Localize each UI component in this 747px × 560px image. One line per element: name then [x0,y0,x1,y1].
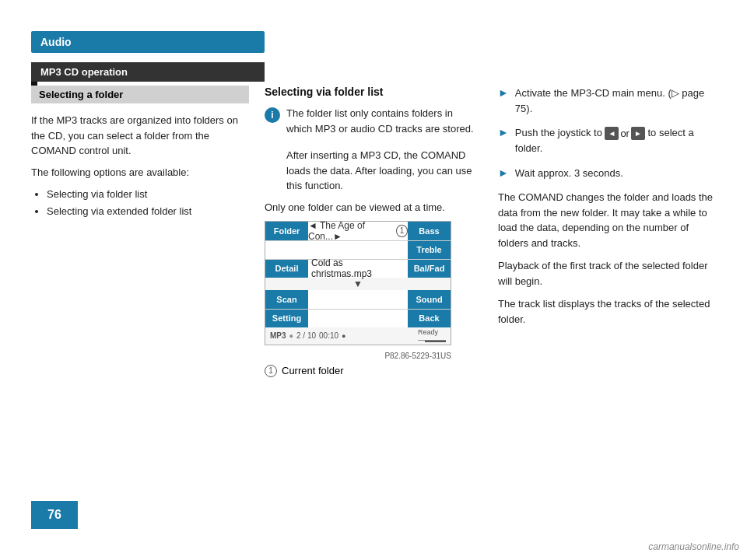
treble-button[interactable]: Treble [408,241,451,259]
cd-disc-icon: ● [289,332,293,340]
circle-ref-1: 1 [265,365,277,377]
cd-arrow-row: ▼ [265,278,451,290]
left-panel: Selecting a folder If the MP3 tracks are… [31,86,249,220]
arrow-bullet-2: ► [498,126,509,138]
joystick-icons: ◄ or ► [605,126,644,142]
info-text-1: The folder list only contains folders in… [286,106,475,136]
cd-bottom-row: MP3 ● 2 / 10 00:10 ● Ready —▬▬▬ [265,327,451,345]
cd-row-scan: Scan Sound [265,290,451,309]
bullet-text-3: Wait approx. 3 seconds. [515,166,623,181]
scan-button[interactable]: Scan [265,290,308,309]
paragraph-3: The track list displays the tracks of th… [498,296,716,327]
current-folder-note: 1 Current folder [265,365,475,377]
sound-button[interactable]: Sound [408,290,451,309]
info-text-2: After inserting a MP3 CD, the COMAND loa… [286,148,475,194]
bullet-item-1: ► Activate the MP3-CD main menu. (▷ page… [498,86,716,116]
mp3-title: MP3 CD operation [40,66,128,78]
cd-row-treble: Treble [265,240,451,259]
page-number-box: 76 [31,501,78,529]
paragraph-2: Playback of the first track of the selec… [498,258,716,289]
balfad-button[interactable]: Bal/Fad [408,260,451,278]
info-box-text: The folder list only contains folders in… [286,106,475,194]
right-joystick-icon: ► [631,127,645,140]
track-time: 00:10 [319,331,338,340]
bullet-item-3: ► Wait approx. 3 seconds. [498,166,716,181]
paragraph-1: The COMAND changes the folder and loads … [498,190,716,250]
cd-ui-mockup: Folder ◄ The Age of Con...► 1 Bass Trebl… [265,221,451,345]
list-item: Selecting via extended folder list [47,203,249,220]
bullet-text-2: Push the joystick to ◄ or ► to select a … [515,125,716,156]
audio-title: Audio [40,36,72,48]
reference-code: P82.86-5229-31US [265,352,451,360]
only-one-text: Only one folder can be viewed at a time. [265,201,475,213]
mp3-subheader: MP3 CD operation [31,62,265,82]
track-counter: 2 / 10 [296,331,316,340]
track-name: Cold as christmas.mp3 [308,260,408,278]
mid-panel: Selecting via folder list i The folder l… [265,86,475,377]
arrow-bullet-1: ► [498,86,509,99]
cd-folder-name: ◄ The Age of Con...► 1 [308,222,408,240]
right-panel: ► Activate the MP3-CD main menu. (▷ page… [498,86,716,334]
intro-paragraph: If the MP3 tracks are organized into fol… [31,113,249,159]
mid-section-title: Selecting via folder list [265,86,475,98]
audio-header: Audio [31,31,265,53]
setting-button[interactable]: Setting [265,310,308,327]
arrow-bullet-3: ► [498,166,509,179]
down-arrow-icon: ▼ [353,278,363,289]
page-number: 76 [47,508,61,522]
back-button[interactable]: Back [408,310,451,327]
cd-row-1: Folder ◄ The Age of Con...► 1 Bass [265,222,451,240]
cd-time-icon: ● [342,332,345,340]
info-box-1: i The folder list only contains folders … [265,106,475,194]
cd-row-setting: Setting Back [265,309,451,327]
cd-row-detail: Detail Cold as christmas.mp3 Bal/Fad [265,259,451,278]
list-item: Selecting via folder list [47,186,249,203]
circle-marker: 1 [396,225,408,237]
bullet-text-1: Activate the MP3-CD main menu. (▷ page 7… [515,86,716,116]
folder-button[interactable]: Folder [265,222,308,240]
cd-status: Ready —▬▬▬ [418,328,446,344]
bass-button[interactable]: Bass [408,222,451,240]
info-icon: i [265,107,280,123]
watermark: carmanualsonline.info [648,541,739,552]
bullet-item-2: ► Push the joystick to ◄ or ► to select … [498,125,716,156]
current-folder-label: Current folder [282,365,343,376]
options-list: Selecting via folder list Selecting via … [31,186,249,220]
section-box-title: Selecting a folder [31,86,249,103]
detail-button[interactable]: Detail [265,260,308,278]
options-intro: The following options are available: [31,165,249,180]
mp3-logo: MP3 [270,331,286,340]
left-joystick-icon: ◄ [605,127,619,140]
